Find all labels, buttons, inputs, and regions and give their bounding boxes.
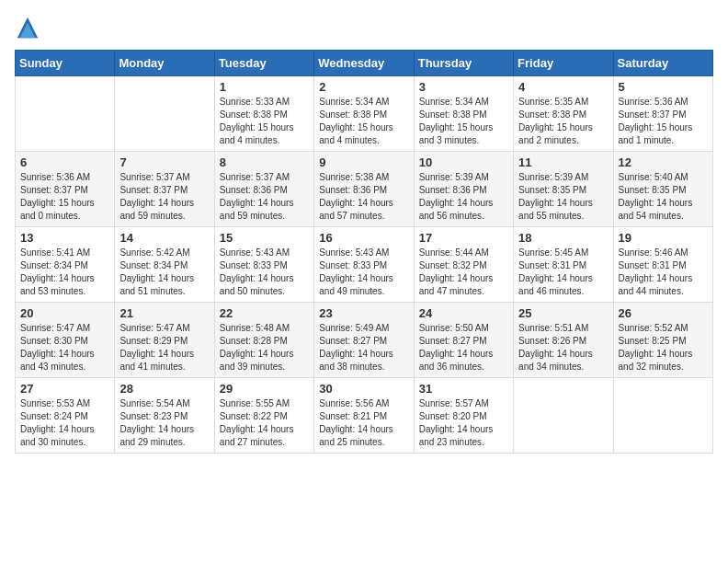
day-info: Sunrise: 5:37 AM Sunset: 8:36 PM Dayligh… bbox=[220, 171, 309, 223]
day-number: 3 bbox=[419, 80, 508, 94]
day-info: Sunrise: 5:56 AM Sunset: 8:21 PM Dayligh… bbox=[319, 397, 408, 449]
day-number: 21 bbox=[119, 306, 209, 320]
calendar-cell: 19Sunrise: 5:46 AM Sunset: 8:31 PM Dayli… bbox=[613, 227, 712, 303]
day-number: 7 bbox=[119, 155, 209, 169]
day-info: Sunrise: 5:39 AM Sunset: 8:36 PM Dayligh… bbox=[419, 171, 508, 223]
calendar-cell: 15Sunrise: 5:43 AM Sunset: 8:33 PM Dayli… bbox=[214, 227, 313, 303]
day-number: 15 bbox=[220, 231, 309, 245]
day-info: Sunrise: 5:43 AM Sunset: 8:33 PM Dayligh… bbox=[220, 247, 309, 298]
day-number: 12 bbox=[619, 155, 708, 169]
day-info: Sunrise: 5:37 AM Sunset: 8:37 PM Dayligh… bbox=[119, 171, 209, 223]
day-number: 8 bbox=[220, 155, 309, 169]
day-info: Sunrise: 5:35 AM Sunset: 8:38 PM Dayligh… bbox=[518, 96, 608, 147]
day-info: Sunrise: 5:36 AM Sunset: 8:37 PM Dayligh… bbox=[619, 96, 708, 147]
day-number: 27 bbox=[20, 382, 109, 396]
day-number: 28 bbox=[119, 382, 209, 396]
logo-icon bbox=[15, 15, 40, 40]
calendar-cell: 23Sunrise: 5:49 AM Sunset: 8:27 PM Dayli… bbox=[314, 303, 414, 378]
calendar-cell: 22Sunrise: 5:48 AM Sunset: 8:28 PM Dayli… bbox=[214, 303, 313, 378]
calendar-cell: 25Sunrise: 5:51 AM Sunset: 8:26 PM Dayli… bbox=[514, 303, 613, 378]
day-number: 2 bbox=[319, 80, 408, 94]
day-number: 14 bbox=[119, 231, 209, 245]
calendar-cell: 1Sunrise: 5:33 AM Sunset: 8:38 PM Daylig… bbox=[214, 76, 313, 152]
day-header-thursday: Thursday bbox=[414, 51, 513, 76]
day-info: Sunrise: 5:42 AM Sunset: 8:34 PM Dayligh… bbox=[119, 247, 209, 298]
day-number: 11 bbox=[518, 155, 608, 169]
day-number: 19 bbox=[619, 231, 708, 245]
day-info: Sunrise: 5:36 AM Sunset: 8:37 PM Dayligh… bbox=[20, 171, 109, 223]
calendar-cell: 14Sunrise: 5:42 AM Sunset: 8:34 PM Dayli… bbox=[115, 227, 214, 303]
calendar-cell: 9Sunrise: 5:38 AM Sunset: 8:36 PM Daylig… bbox=[314, 152, 414, 227]
calendar-cell: 27Sunrise: 5:53 AM Sunset: 8:24 PM Dayli… bbox=[16, 378, 115, 454]
day-info: Sunrise: 5:51 AM Sunset: 8:26 PM Dayligh… bbox=[518, 322, 608, 373]
day-number: 29 bbox=[220, 382, 309, 396]
day-number: 20 bbox=[20, 306, 109, 320]
calendar-cell: 7Sunrise: 5:37 AM Sunset: 8:37 PM Daylig… bbox=[115, 152, 214, 227]
calendar-table: SundayMondayTuesdayWednesdayThursdayFrid… bbox=[15, 50, 713, 454]
day-info: Sunrise: 5:34 AM Sunset: 8:38 PM Dayligh… bbox=[319, 96, 408, 147]
day-info: Sunrise: 5:43 AM Sunset: 8:33 PM Dayligh… bbox=[319, 247, 408, 298]
day-number: 31 bbox=[419, 382, 508, 396]
logo bbox=[15, 15, 44, 40]
day-number: 10 bbox=[419, 155, 508, 169]
calendar-cell: 24Sunrise: 5:50 AM Sunset: 8:27 PM Dayli… bbox=[414, 303, 513, 378]
day-number: 30 bbox=[319, 382, 408, 396]
calendar-cell: 10Sunrise: 5:39 AM Sunset: 8:36 PM Dayli… bbox=[414, 152, 513, 227]
day-number: 26 bbox=[619, 306, 708, 320]
day-number: 5 bbox=[619, 80, 708, 94]
day-info: Sunrise: 5:49 AM Sunset: 8:27 PM Dayligh… bbox=[319, 322, 408, 373]
calendar-week-3: 13Sunrise: 5:41 AM Sunset: 8:34 PM Dayli… bbox=[16, 227, 713, 303]
day-info: Sunrise: 5:38 AM Sunset: 8:36 PM Dayligh… bbox=[319, 171, 408, 223]
day-info: Sunrise: 5:47 AM Sunset: 8:29 PM Dayligh… bbox=[119, 322, 209, 373]
calendar-cell: 26Sunrise: 5:52 AM Sunset: 8:25 PM Dayli… bbox=[613, 303, 712, 378]
day-info: Sunrise: 5:46 AM Sunset: 8:31 PM Dayligh… bbox=[619, 247, 708, 298]
calendar-cell bbox=[514, 378, 613, 454]
calendar-cell: 28Sunrise: 5:54 AM Sunset: 8:23 PM Dayli… bbox=[115, 378, 214, 454]
day-info: Sunrise: 5:53 AM Sunset: 8:24 PM Dayligh… bbox=[20, 397, 109, 449]
calendar-cell: 21Sunrise: 5:47 AM Sunset: 8:29 PM Dayli… bbox=[115, 303, 214, 378]
day-number: 23 bbox=[319, 306, 408, 320]
calendar-cell: 13Sunrise: 5:41 AM Sunset: 8:34 PM Dayli… bbox=[16, 227, 115, 303]
calendar-cell: 29Sunrise: 5:55 AM Sunset: 8:22 PM Dayli… bbox=[214, 378, 313, 454]
calendar-cell bbox=[613, 378, 712, 454]
day-info: Sunrise: 5:55 AM Sunset: 8:22 PM Dayligh… bbox=[220, 397, 309, 449]
day-info: Sunrise: 5:52 AM Sunset: 8:25 PM Dayligh… bbox=[619, 322, 708, 373]
page-header bbox=[15, 15, 713, 40]
day-number: 18 bbox=[518, 231, 608, 245]
calendar-header-row: SundayMondayTuesdayWednesdayThursdayFrid… bbox=[16, 51, 713, 76]
day-header-tuesday: Tuesday bbox=[214, 51, 313, 76]
day-info: Sunrise: 5:33 AM Sunset: 8:38 PM Dayligh… bbox=[220, 96, 309, 147]
calendar-cell bbox=[115, 76, 214, 152]
day-info: Sunrise: 5:44 AM Sunset: 8:32 PM Dayligh… bbox=[419, 247, 508, 298]
day-number: 25 bbox=[518, 306, 608, 320]
day-info: Sunrise: 5:40 AM Sunset: 8:35 PM Dayligh… bbox=[619, 171, 708, 223]
calendar-cell: 17Sunrise: 5:44 AM Sunset: 8:32 PM Dayli… bbox=[414, 227, 513, 303]
day-number: 16 bbox=[319, 231, 408, 245]
day-info: Sunrise: 5:45 AM Sunset: 8:31 PM Dayligh… bbox=[518, 247, 608, 298]
calendar-cell: 2Sunrise: 5:34 AM Sunset: 8:38 PM Daylig… bbox=[314, 76, 414, 152]
day-header-wednesday: Wednesday bbox=[314, 51, 414, 76]
calendar-cell bbox=[16, 76, 115, 152]
day-number: 24 bbox=[419, 306, 508, 320]
calendar-cell: 6Sunrise: 5:36 AM Sunset: 8:37 PM Daylig… bbox=[16, 152, 115, 227]
day-info: Sunrise: 5:39 AM Sunset: 8:35 PM Dayligh… bbox=[518, 171, 608, 223]
calendar-cell: 5Sunrise: 5:36 AM Sunset: 8:37 PM Daylig… bbox=[613, 76, 712, 152]
calendar-week-4: 20Sunrise: 5:47 AM Sunset: 8:30 PM Dayli… bbox=[16, 303, 713, 378]
calendar-week-1: 1Sunrise: 5:33 AM Sunset: 8:38 PM Daylig… bbox=[16, 76, 713, 152]
calendar-cell: 3Sunrise: 5:34 AM Sunset: 8:38 PM Daylig… bbox=[414, 76, 513, 152]
day-info: Sunrise: 5:47 AM Sunset: 8:30 PM Dayligh… bbox=[20, 322, 109, 373]
day-number: 13 bbox=[20, 231, 109, 245]
calendar-cell: 31Sunrise: 5:57 AM Sunset: 8:20 PM Dayli… bbox=[414, 378, 513, 454]
day-header-friday: Friday bbox=[514, 51, 613, 76]
day-info: Sunrise: 5:34 AM Sunset: 8:38 PM Dayligh… bbox=[419, 96, 508, 147]
day-header-saturday: Saturday bbox=[613, 51, 712, 76]
day-number: 4 bbox=[518, 80, 608, 94]
day-info: Sunrise: 5:41 AM Sunset: 8:34 PM Dayligh… bbox=[20, 247, 109, 298]
calendar-cell: 12Sunrise: 5:40 AM Sunset: 8:35 PM Dayli… bbox=[613, 152, 712, 227]
day-info: Sunrise: 5:57 AM Sunset: 8:20 PM Dayligh… bbox=[419, 397, 508, 449]
calendar-cell: 4Sunrise: 5:35 AM Sunset: 8:38 PM Daylig… bbox=[514, 76, 613, 152]
calendar-week-2: 6Sunrise: 5:36 AM Sunset: 8:37 PM Daylig… bbox=[16, 152, 713, 227]
calendar-cell: 8Sunrise: 5:37 AM Sunset: 8:36 PM Daylig… bbox=[214, 152, 313, 227]
day-header-sunday: Sunday bbox=[16, 51, 115, 76]
calendar-cell: 18Sunrise: 5:45 AM Sunset: 8:31 PM Dayli… bbox=[514, 227, 613, 303]
